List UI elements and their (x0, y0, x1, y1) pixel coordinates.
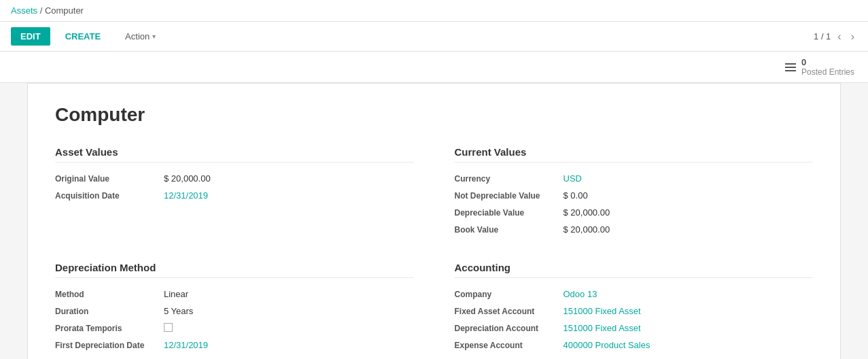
pagination-next-button[interactable]: › (848, 29, 857, 44)
breadcrumb-separator: / (40, 5, 45, 16)
accounting-title: Accounting (455, 262, 814, 278)
posted-entries-info: 0 Posted Entries (801, 57, 854, 77)
fixed-asset-account-row: Fixed Asset Account 151000 Fixed Asset (455, 306, 814, 316)
method-label: Method (55, 289, 164, 299)
original-value-label: Original Value (55, 173, 164, 184)
posted-entries-widget[interactable]: 0 Posted Entries (785, 57, 854, 77)
sections-row-2: Depreciation Method Method Linear Durati… (55, 262, 813, 359)
expense-account-label: Expense Account (455, 340, 563, 350)
company-label: Company (455, 289, 563, 299)
expense-account-value[interactable]: 400000 Product Sales (563, 340, 650, 350)
posted-label: Posted Entries (801, 67, 854, 77)
first-depreciation-value: 12/31/2019 (164, 340, 208, 350)
edit-button[interactable]: EDIT (11, 27, 50, 46)
current-values-title: Current Values (455, 146, 814, 163)
acquisition-date: 12/31/2019 (164, 190, 208, 201)
method-row: Method Linear (55, 289, 414, 299)
hamburger-icon (785, 63, 796, 71)
method-value: Linear (164, 289, 188, 299)
not-depreciable-label: Not Depreciable Value (455, 190, 563, 201)
prorata-label: Prorata Temporis (55, 323, 164, 333)
breadcrumb: Assets / Computer (0, 0, 868, 22)
asset-values-title: Asset Values (55, 146, 414, 163)
asset-values-section: Asset Values Original Value $ 20,000.00 … (55, 146, 414, 241)
pagination-prev-button[interactable]: ‹ (835, 29, 844, 44)
depreciable-label: Depreciable Value (455, 207, 563, 218)
pagination: 1 / 1 ‹ › (814, 29, 857, 44)
book-value-label: Book Value (455, 224, 563, 235)
toolbar: EDIT CREATE Action ▾ 1 / 1 ‹ › (0, 22, 868, 52)
prorata-checkbox[interactable] (164, 323, 173, 332)
current-values-section: Current Values Currency USD Not Deprecia… (455, 146, 814, 241)
original-value-row: Original Value $ 20,000.00 (55, 173, 414, 184)
pagination-text: 1 / 1 (814, 31, 831, 41)
currency-row: Currency USD (455, 173, 814, 184)
chevron-down-icon: ▾ (152, 33, 156, 40)
company-row: Company Odoo 13 (455, 289, 814, 299)
depreciation-account-value[interactable]: 151000 Fixed Asset (563, 323, 641, 333)
first-depreciation-label: First Depreciation Date (55, 340, 164, 350)
breadcrumb-current: Computer (45, 5, 84, 16)
breadcrumb-parent[interactable]: Assets (11, 5, 37, 16)
posted-count: 0 (801, 57, 854, 67)
depreciable-value: $ 20,000.00 (563, 207, 610, 218)
not-depreciable-row: Not Depreciable Value $ 0.00 (455, 190, 814, 201)
posted-entries-bar: 0 Posted Entries (0, 52, 868, 83)
acquisition-date-label: Acquisition Date (55, 190, 164, 201)
currency-value[interactable]: USD (563, 173, 582, 184)
depreciation-method-section: Depreciation Method Method Linear Durati… (55, 262, 414, 359)
book-value: $ 20,000.00 (563, 224, 610, 235)
acquisition-date-row: Acquisition Date 12/31/2019 (55, 190, 414, 201)
fixed-asset-account-label: Fixed Asset Account (455, 306, 563, 316)
duration-label: Duration (55, 306, 164, 316)
not-depreciable-value: $ 0.00 (563, 190, 588, 201)
depreciation-account-row: Depreciation Account 151000 Fixed Asset (455, 323, 814, 333)
depreciation-account-label: Depreciation Account (455, 323, 563, 333)
expense-account-row: Expense Account 400000 Product Sales (455, 340, 814, 350)
duration-row: Duration 5 Years (55, 306, 414, 316)
sections-row-1: Asset Values Original Value $ 20,000.00 … (55, 146, 813, 241)
duration-value: 5 Years (164, 306, 193, 316)
action-dropdown[interactable]: Action ▾ (116, 27, 165, 46)
fixed-asset-account-value[interactable]: 151000 Fixed Asset (563, 306, 641, 316)
accounting-section: Accounting Company Odoo 13 Fixed Asset A… (455, 262, 814, 359)
company-value[interactable]: Odoo 13 (563, 289, 597, 299)
depreciable-row: Depreciable Value $ 20,000.00 (455, 207, 814, 218)
create-button[interactable]: CREATE (56, 27, 110, 46)
first-depreciation-row: First Depreciation Date 12/31/2019 (55, 340, 414, 350)
prorata-row: Prorata Temporis (55, 323, 414, 333)
book-value-row: Book Value $ 20,000.00 (455, 224, 814, 235)
original-value: $ 20,000.00 (164, 173, 211, 184)
depreciation-method-title: Depreciation Method (55, 262, 414, 278)
currency-label: Currency (455, 173, 563, 184)
record-title: Computer (55, 104, 813, 126)
action-label: Action (125, 31, 150, 41)
main-card: Computer Asset Values Original Value $ 2… (27, 83, 841, 359)
